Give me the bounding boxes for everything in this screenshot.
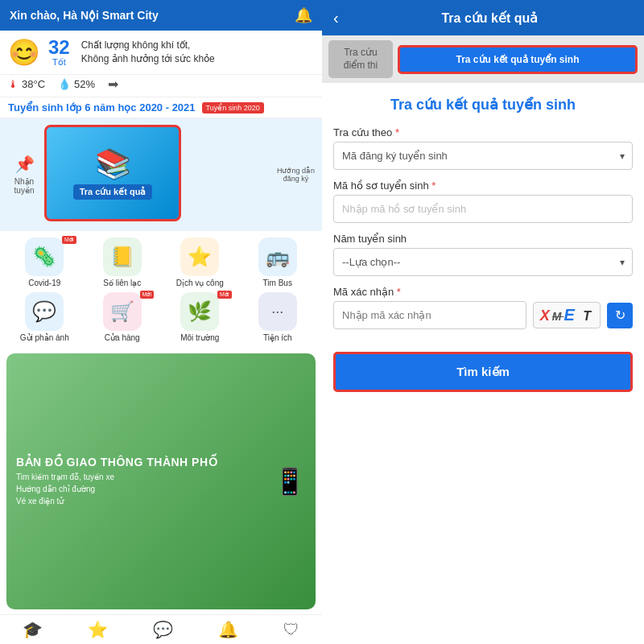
field-ma-ho-so: Mã hồ sơ tuyển sinh * [333,180,633,223]
so-circle: 📒 [103,237,142,276]
wind-item: ➡ [108,76,118,92]
tuyen-sinh-text: Tuyển sinh lớp 6 năm học 2020 - 2021 [8,101,196,114]
label-tra-cuu-theo: Tra cứu theo * [333,126,633,138]
select-nam-tuyen-sinh[interactable]: --Lựa chọn-- [333,248,633,276]
banner-right-label: Hướng dẫn đăng ký [273,167,319,183]
icon-item-moi[interactable]: 🌿 Mới Môi trường [163,292,237,342]
moi-badge: Mới [217,291,231,299]
icon-item-covid[interactable]: 🦠 Mới Covid-19 [8,237,81,287]
temperature-item: 🌡 38°C [8,78,45,90]
banner-left-col: 📌 Nhận tuyền [0,118,48,231]
greeting-text: Xin chào, Hà Nội Smart City [10,9,159,22]
map-banner-desc: Tim kiếm trạm đỗ, tuyến xe Hướng dẫn chỉ… [16,471,217,507]
form-title: Tra cứu kết quả tuyển sinh [333,96,633,114]
required-star-1: * [395,126,399,138]
map-banner-text: BẢN ĐỒ GIAO THÔNG THÀNH PHỐ Tim kiếm trạ… [16,456,217,507]
captcha-image: XME T [533,302,601,328]
gui-label: Gửi phản ánh [20,333,69,342]
shop-label: Cửa hàng [105,333,140,342]
right-panel: ‹ Tra cứu kết quả Tra cứu điểm thi Tra c… [322,0,644,644]
humidity-item: 💧 52% [58,78,95,90]
bus-label: Tim Bus [263,279,292,287]
covid-badge: Mới [62,236,76,244]
nav-item-education[interactable]: 🎓 [23,620,43,639]
thermometer-icon: 🌡 [8,78,19,90]
gui-circle: 💬 [25,292,64,331]
icon-item-gui[interactable]: 💬 Gửi phản ánh [8,292,81,342]
temp-number: 32 [48,38,70,57]
temp-value: 38°C [22,78,45,90]
left-panel: Xin chào, Hà Nội Smart City 🔔 😊 32 Tốt C… [0,0,322,644]
select-tra-cuu-theo[interactable]: Mã đăng ký tuyển sinh [333,142,633,170]
input-ma-ho-so[interactable] [333,195,633,223]
tien-label: Tiện ích [263,333,292,342]
icon-item-dich[interactable]: ⭐ Dịch vụ công [163,237,237,287]
covid-label: Covid-19 [28,279,60,287]
banner-area: 📌 Nhận tuyền 📚 Tra cứu kết quả Hướng dẫn… [0,118,322,231]
field-nam-tuyen-sinh: Năm tuyển sinh --Lựa chọn-- ▾ [333,233,633,276]
moi-circle: 🌿 [180,292,219,331]
bottom-nav: 🎓 ⭐ 💬 🔔 🛡 [0,614,322,644]
icon-item-so[interactable]: 📒 Số liên lạc [86,237,159,287]
left-header: Xin chào, Hà Nội Smart City 🔔 [0,0,322,31]
so-label: Số liên lạc [103,279,141,287]
books-icon: 📚 [95,147,131,181]
phone-icon: 📱 [274,466,306,497]
weather-row2: 🌡 38°C 💧 52% ➡ [0,75,322,97]
select-wrapper-2: --Lựa chọn-- ▾ [333,248,633,276]
covid-circle: 🦠 [25,237,64,276]
input-ma-xac-nhan[interactable] [333,301,526,329]
featured-label: Tra cứu kết quả [73,184,153,200]
banner-right-col: Hướng dẫn đăng ký [270,118,322,231]
map-banner-title: BẢN ĐỒ GIAO THÔNG THÀNH PHỐ [16,456,217,469]
icon-grid: 🦠 Mới Covid-19 📒 Số liên lạc ⭐ Dịch vụ c… [0,231,322,349]
weather-bar: 😊 32 Tốt Chất lượng không khí tốt, Không… [0,31,322,75]
icon-item-shop[interactable]: 🛒 Mới Cửa hàng [86,292,159,342]
banner-content: 📌 Nhận tuyền 📚 Tra cứu kết quả Hướng dẫn… [0,118,322,231]
label-ma-xac-nhan: Mã xác nhận * [333,286,633,298]
featured-card[interactable]: 📚 Tra cứu kết quả [44,125,181,221]
bell-icon[interactable]: 🔔 [295,6,312,24]
right-header-title: Tra cứu kết quả [347,10,633,26]
icon-item-bus[interactable]: 🚌 Tim Bus [242,237,315,287]
weather-description: Chất lượng không khí tốt, Không ảnh hưởn… [81,39,314,66]
nav-item-bell[interactable]: 🔔 [218,620,238,639]
banner-left-label: Nhận tuyền [3,177,45,195]
wind-icon: ➡ [108,76,118,92]
icon-item-tien[interactable]: ··· Tiện ích [242,292,315,342]
droplet-icon: 💧 [58,78,71,90]
tab-diem-thi[interactable]: Tra cứu điểm thi [328,40,393,78]
required-star-2: * [431,180,436,192]
field-ma-xac-nhan: Mã xác nhận * XME T ↻ [333,286,633,329]
tuyen-sinh-bar[interactable]: Tuyển sinh lớp 6 năm học 2020 - 2021 Tuy… [0,97,322,118]
captcha-refresh-button[interactable]: ↻ [607,303,633,328]
form-area: Tra cứu kết quả tuyển sinh Tra cứu theo … [322,83,644,644]
required-star-3: * [397,286,401,298]
temperature-block: 32 Tốt [48,38,70,68]
shop-badge: Mới [140,291,154,299]
select-wrapper-1: Mã đăng ký tuyển sinh ▾ [333,142,633,170]
right-header: ‹ Tra cứu kết quả [322,0,644,35]
field-tra-cuu-theo: Tra cứu theo * Mã đăng ký tuyển sinh ▾ [333,126,633,170]
label-nam-tuyen-sinh: Năm tuyển sinh [333,233,633,245]
captcha-row: XME T ↻ [333,301,633,329]
nav-item-star[interactable]: ⭐ [88,620,108,639]
temp-label: Tốt [52,57,66,68]
pin-icon: 📌 [14,155,35,174]
tuyen-sinh-badge: Tuyển sinh 2020 [202,102,264,114]
humidity-value: 52% [74,78,95,90]
map-banner[interactable]: BẢN ĐỒ GIAO THÔNG THÀNH PHỐ Tim kiếm trạ… [6,353,316,609]
nav-item-shield[interactable]: 🛡 [283,621,299,639]
tab-ket-qua[interactable]: Tra cứu kết quả tuyển sinh [398,45,638,74]
back-button[interactable]: ‹ [333,9,339,27]
label-ma-ho-so: Mã hồ sơ tuyển sinh * [333,180,633,192]
shop-circle: 🛒 [103,292,142,331]
tabs-row: Tra cứu điểm thi Tra cứu kết quả tuyển s… [322,35,644,83]
tien-circle: ··· [258,292,297,331]
search-button[interactable]: Tìm kiếm [333,352,633,392]
dich-circle: ⭐ [180,237,219,276]
nav-item-chat[interactable]: 💬 [153,620,173,639]
bus-circle: 🚌 [258,237,297,276]
moi-label: Môi trường [180,333,219,342]
dich-label: Dịch vụ công [176,279,224,287]
